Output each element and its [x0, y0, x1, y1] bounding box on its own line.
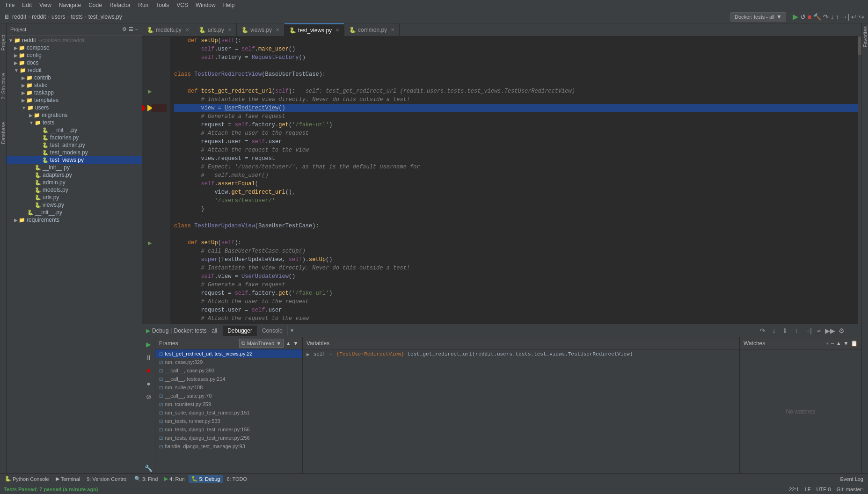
- view-breakpoints-btn[interactable]: ●: [144, 378, 154, 389]
- menu-window[interactable]: Window: [192, 1, 219, 9]
- frame-item[interactable]: ⊡ run_tests, django_test_runner.py:156: [155, 425, 302, 434]
- force-step-into-btn[interactable]: ⇓: [780, 326, 790, 336]
- vtab-database[interactable]: Database: [0, 120, 7, 146]
- build-icon[interactable]: 🔨: [813, 13, 821, 21]
- tree-item-init-tests[interactable]: 🐍 __init__.py: [7, 126, 142, 134]
- frame-item[interactable]: ⊡ __call__, suite.py:70: [155, 392, 302, 400]
- position-indicator[interactable]: 22:1: [789, 487, 799, 492]
- frame-item[interactable]: ⊡ run_suite, django_test_runner.py:151: [155, 408, 302, 417]
- menu-tools[interactable]: Tools: [152, 1, 173, 9]
- terminal-btn[interactable]: ▶ Terminal: [53, 475, 83, 483]
- right-panel-label[interactable]: Favorites: [861, 23, 868, 50]
- tree-item-migrations[interactable]: ▶ 📁 migrations: [7, 111, 142, 119]
- gear-icon[interactable]: ☰: [129, 26, 133, 32]
- tree-item-requirements[interactable]: ▶ 📁 requirements: [7, 216, 142, 224]
- tab-debugger[interactable]: Debugger: [223, 326, 257, 336]
- collapse-arrow[interactable]: ▶: [148, 88, 152, 94]
- step-out-icon[interactable]: ↑: [836, 13, 839, 21]
- todo-btn[interactable]: 6: TODO: [224, 475, 250, 483]
- collapse-arrow[interactable]: ▶: [148, 240, 152, 246]
- code-content[interactable]: def setUp(self): self.user = self.make_u…: [170, 36, 861, 324]
- tree-item-test-admin[interactable]: 🐍 test_admin.py: [7, 141, 142, 149]
- tree-item-factories[interactable]: 🐍 factories.py: [7, 134, 142, 141]
- menu-refactor[interactable]: Refactor: [106, 1, 134, 9]
- tab-test-views[interactable]: 🐍 test_views.py ✕: [284, 23, 344, 36]
- up-icon[interactable]: ▲: [285, 340, 291, 347]
- git-indicator[interactable]: Git: master↑: [837, 487, 864, 492]
- version-control-btn[interactable]: 9: Version Control: [84, 475, 130, 483]
- menu-file[interactable]: File: [2, 1, 18, 9]
- step-into-btn[interactable]: ↓: [769, 326, 779, 336]
- tree-item-models[interactable]: 🐍 models.py: [7, 186, 142, 194]
- tree-item-config[interactable]: ▶ 📁 config: [7, 51, 142, 59]
- tree-item-views[interactable]: 🐍 views.py: [7, 201, 142, 209]
- step-over-icon[interactable]: ↷: [823, 13, 829, 21]
- gear-debug-btn[interactable]: ⚙: [836, 326, 846, 336]
- tab-models[interactable]: 🐍 models.py ✕: [142, 23, 194, 36]
- settings-btn[interactable]: 🔧: [144, 463, 154, 473]
- python-console-btn[interactable]: 🐍 Python Console: [2, 475, 52, 483]
- copy-watch-icon[interactable]: 📋: [851, 340, 858, 347]
- eval-btn[interactable]: ≈: [814, 326, 824, 336]
- frame-item[interactable]: ⊡ run, case.py:329: [155, 358, 302, 366]
- tree-item-static[interactable]: ▶ 📁 static: [7, 81, 142, 89]
- run-btn[interactable]: ▶ 4: Run: [161, 475, 187, 483]
- tree-item-init-users[interactable]: 🐍 __init__.py: [7, 164, 142, 171]
- menu-edit[interactable]: Edit: [18, 1, 36, 9]
- tab-views[interactable]: 🐍 views.py ✕: [237, 23, 284, 36]
- tree-item-contrib[interactable]: ▶ 📁 contrib: [7, 74, 142, 81]
- tree-item-adapters[interactable]: 🐍 adapters.py: [7, 171, 142, 179]
- frame-item[interactable]: ⊡ __call__, testcases.py:214: [155, 375, 302, 383]
- encoding-indicator[interactable]: UTF-8: [817, 487, 831, 492]
- tree-item-init-reddit[interactable]: 🐍 __init__.py: [7, 209, 142, 216]
- tab-console[interactable]: Console: [257, 326, 288, 336]
- down-icon[interactable]: ▼: [293, 340, 299, 347]
- rerun-icon[interactable]: ↺: [800, 13, 806, 21]
- tab-common[interactable]: 🐍 common.py ✕: [344, 23, 400, 36]
- frame-item[interactable]: ⊡ run_tests, runner.py:533: [155, 417, 302, 425]
- mute-breakpoints-btn[interactable]: ⊘: [144, 392, 154, 402]
- resume-btn[interactable]: ▶▶: [825, 326, 835, 336]
- redo-icon[interactable]: ↪: [859, 13, 864, 21]
- stop-side-btn[interactable]: ■: [144, 365, 154, 376]
- run-icon[interactable]: ▶: [793, 12, 798, 21]
- down-watch-icon[interactable]: ▼: [843, 340, 849, 347]
- tree-item-admin[interactable]: 🐍 admin.py: [7, 179, 142, 186]
- vtab-project[interactable]: Project: [0, 33, 7, 52]
- tree-item-users[interactable]: ▼ 📁 users: [7, 104, 142, 111]
- step-into-icon[interactable]: ↓: [831, 13, 834, 21]
- collapse-icon[interactable]: −: [135, 26, 138, 32]
- frame-item[interactable]: ⊡ run, suite.py:108: [155, 383, 302, 392]
- menu-vcs[interactable]: VCS: [173, 1, 192, 9]
- debug-btn[interactable]: 🐛 5: Debug: [189, 475, 223, 483]
- minimize-btn[interactable]: −: [847, 326, 858, 336]
- frame-item[interactable]: ⊡ __call__, case.py:393: [155, 366, 302, 375]
- scrollbar-thumb[interactable]: [858, 36, 861, 55]
- close-tab-test-views[interactable]: ✕: [336, 28, 339, 33]
- close-tab-urls[interactable]: ✕: [228, 27, 232, 32]
- stop-icon[interactable]: ■: [808, 13, 811, 21]
- tab-urls[interactable]: 🐍 urls.py ✕: [194, 23, 237, 36]
- var-expand-arrow[interactable]: ▶: [306, 351, 310, 357]
- menu-code[interactable]: Code: [85, 1, 106, 9]
- frame-item[interactable]: ⊡ run_tests, django_test_runner.py:256: [155, 434, 302, 442]
- tree-item-taskapp[interactable]: ▶ 📁 taskapp: [7, 89, 142, 96]
- pause-side-btn[interactable]: ⏸: [144, 352, 154, 363]
- line-sep-indicator[interactable]: LF: [805, 487, 811, 492]
- undo-icon[interactable]: ↩: [851, 13, 857, 21]
- sync-icon[interactable]: ⚙: [122, 26, 127, 32]
- run-to-cursor-icon[interactable]: →|: [841, 13, 849, 21]
- remove-watch-icon[interactable]: −: [831, 340, 834, 347]
- vtab-structure[interactable]: 2: Structure: [0, 71, 7, 102]
- add-watch-icon[interactable]: +: [825, 340, 829, 347]
- tree-item-urls[interactable]: 🐍 urls.py: [7, 194, 142, 201]
- menu-view[interactable]: View: [36, 1, 55, 9]
- close-tab-models[interactable]: ✕: [185, 27, 189, 32]
- thread-selector[interactable]: ⧉ MainThread ▼: [239, 339, 284, 348]
- tree-item-test-models[interactable]: 🐍 test_models.py: [7, 149, 142, 156]
- step-out-btn[interactable]: ↑: [791, 326, 802, 336]
- tree-item-reddit-root[interactable]: ▼ 📁 reddit ~/cookiecutter/reddit: [7, 36, 142, 44]
- frame-item-active[interactable]: ⊡ test_get_redirect_url, test_views.py:2…: [155, 349, 302, 358]
- tree-item-templates[interactable]: ▶ 📁 templates: [7, 96, 142, 104]
- docker-dropdown[interactable]: Docker: tests - all ▼: [730, 12, 786, 22]
